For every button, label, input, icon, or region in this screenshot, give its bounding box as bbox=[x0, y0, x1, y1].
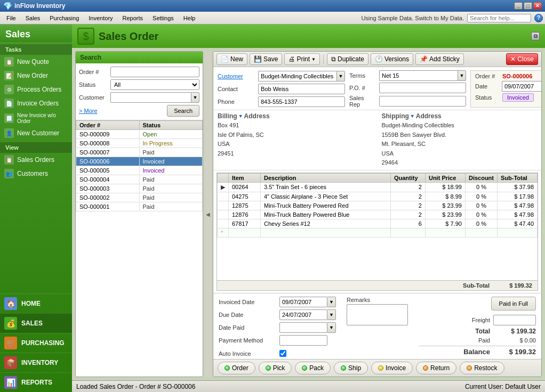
col-status[interactable]: Status bbox=[139, 121, 203, 130]
collapse-handle[interactable]: ◀ bbox=[205, 51, 211, 377]
col-subtotal-header[interactable]: Sub-Total bbox=[498, 173, 538, 182]
date-paid-input[interactable] bbox=[279, 322, 327, 333]
nav-inventory[interactable]: 📦 INVENTORY bbox=[0, 353, 72, 372]
item-qty: 2 bbox=[390, 182, 425, 192]
versions-btn[interactable]: 🕐 Versions bbox=[371, 53, 413, 65]
col-qty-header[interactable]: Quantity bbox=[390, 173, 425, 182]
menu-help[interactable]: Help bbox=[179, 14, 200, 22]
table-row[interactable]: SO-000002 Paid bbox=[76, 193, 203, 202]
table-row[interactable]: SO-000009 Open bbox=[76, 130, 203, 139]
wf-invoice-btn[interactable]: Invoice bbox=[371, 362, 413, 374]
menu-sales[interactable]: Sales bbox=[21, 14, 45, 22]
item-row[interactable]: 67817 Chevy Series #12 6 $ 7.90 0 % $ 47… bbox=[218, 219, 538, 228]
freight-input[interactable] bbox=[493, 315, 536, 325]
menu-inventory[interactable]: Inventory bbox=[84, 14, 117, 22]
new-btn[interactable]: 📄 New bbox=[217, 53, 247, 65]
duplicate-btn[interactable]: ⧉ Duplicate bbox=[327, 53, 368, 65]
menu-reports[interactable]: Reports bbox=[118, 14, 148, 22]
table-row[interactable]: SO-000005 Invoiced bbox=[76, 166, 203, 175]
col-order-num[interactable]: Order # bbox=[76, 121, 140, 130]
title-bar-controls[interactable]: _ □ ✕ bbox=[514, 2, 542, 10]
order-date-input[interactable] bbox=[502, 81, 542, 92]
sidebar-new-customer[interactable]: 👤 New Customer bbox=[0, 126, 72, 140]
nav-purchasing[interactable]: 🛒 PURCHASING bbox=[0, 333, 72, 353]
nav-reports[interactable]: 📊 REPORTS bbox=[0, 372, 72, 392]
contact-input[interactable] bbox=[258, 84, 345, 94]
customer-label[interactable]: Customer bbox=[218, 73, 255, 79]
invoiced-date-btn[interactable]: ▼ bbox=[327, 297, 336, 307]
wf-pick-btn[interactable]: Pick bbox=[259, 362, 292, 374]
wf-restock-btn[interactable]: Restock bbox=[460, 362, 504, 374]
sidebar-new-order[interactable]: 📝 New Order bbox=[0, 69, 72, 83]
sidebar-sales-orders[interactable]: 📋 Sales Orders bbox=[0, 153, 72, 167]
nav-home[interactable]: 🏠 HOME bbox=[0, 293, 72, 313]
sidebar-process-orders[interactable]: ⚙ Process Orders bbox=[0, 83, 72, 96]
new-item-row[interactable]: * bbox=[218, 228, 538, 237]
col-disc-header[interactable]: Discount bbox=[465, 173, 497, 182]
col-item-header[interactable]: Item bbox=[229, 173, 261, 182]
salesrep-input[interactable] bbox=[379, 96, 466, 107]
terms-dropdown-btn[interactable]: ▼ bbox=[458, 70, 466, 81]
wf-pack-btn[interactable]: Pack bbox=[295, 362, 331, 374]
due-date-input[interactable] bbox=[279, 309, 327, 320]
minimize-btn[interactable]: _ bbox=[514, 2, 523, 10]
menu-purchasing[interactable]: Purchasing bbox=[45, 14, 83, 22]
order-cell: SO-000007 bbox=[76, 148, 140, 157]
more-link[interactable]: > More bbox=[79, 108, 98, 114]
home-nav-icon: 🏠 bbox=[4, 297, 17, 310]
paid-full-btn[interactable]: Paid in Full bbox=[491, 297, 536, 311]
print-btn[interactable]: 🖨 Print ▼ bbox=[284, 53, 320, 65]
table-row[interactable]: SO-000001 Paid bbox=[76, 202, 203, 211]
invoiced-date-input[interactable] bbox=[279, 297, 327, 307]
add-sticky-btn[interactable]: 📌 Add Sticky bbox=[415, 53, 464, 65]
customer-search-input[interactable] bbox=[110, 92, 191, 103]
item-row[interactable]: 12876 Mini-Truck Battery Powered Blue 2 … bbox=[218, 210, 538, 219]
sidebar-new-invoice-wo-order[interactable]: 📃 New Invoice w/o Order bbox=[0, 110, 72, 126]
customer-combo-btn[interactable]: ▼ bbox=[191, 92, 199, 103]
table-row[interactable]: SO-000006 Invoiced bbox=[76, 157, 203, 166]
status-search-select[interactable]: All Open Paid Invoiced bbox=[110, 79, 199, 90]
table-row[interactable]: SO-000008 In Progress bbox=[76, 139, 203, 148]
phone-input[interactable] bbox=[258, 96, 345, 107]
so-close-btn[interactable]: ✕ Close bbox=[506, 53, 538, 65]
table-row[interactable]: SO-000003 Paid bbox=[76, 184, 203, 193]
help-btn[interactable]: ? bbox=[534, 14, 543, 22]
save-btn[interactable]: 💾 Save bbox=[250, 53, 282, 65]
item-row[interactable]: ▶ 00264 3.5" Train Set - 6 pieces 2 $ 18… bbox=[218, 182, 538, 192]
close-window-btn[interactable]: ✕ bbox=[533, 2, 542, 10]
wf-return-btn[interactable]: Return bbox=[416, 362, 456, 374]
col-price-header[interactable]: Unit Price bbox=[425, 173, 465, 182]
order-search-input[interactable] bbox=[110, 67, 199, 77]
wf-order-btn[interactable]: Order bbox=[218, 362, 255, 374]
po-input[interactable] bbox=[379, 83, 466, 93]
remarks-input[interactable] bbox=[347, 304, 408, 325]
wf-ship-btn[interactable]: Ship bbox=[334, 362, 368, 374]
tasks-section-title: Tasks bbox=[0, 44, 72, 55]
sidebar-invoice-orders[interactable]: 📄 Invoice Orders bbox=[0, 96, 72, 110]
auto-invoice-checkbox[interactable] bbox=[279, 350, 286, 357]
maximize-btn[interactable]: □ bbox=[524, 2, 532, 10]
order-cell: SO-000008 bbox=[76, 139, 140, 148]
search-button[interactable]: Search bbox=[167, 105, 199, 117]
customer-input[interactable] bbox=[258, 71, 336, 81]
terms-input[interactable] bbox=[379, 70, 458, 81]
menu-settings[interactable]: Settings bbox=[148, 14, 178, 22]
orders-table: Order # Status SO-000009 Open SO-000008 … bbox=[76, 120, 203, 211]
col-desc-header[interactable]: Description bbox=[261, 173, 391, 182]
menu-file[interactable]: File bbox=[2, 14, 20, 22]
restore-btn[interactable]: ⧉ bbox=[531, 32, 540, 40]
po-label: P.O. # bbox=[349, 85, 376, 91]
payment-method-input[interactable] bbox=[279, 335, 327, 346]
search-help-input[interactable] bbox=[467, 14, 531, 22]
sidebar-customers[interactable]: 👥 Customers bbox=[0, 167, 72, 181]
sales-nav-icon: 💰 bbox=[4, 317, 17, 330]
nav-sales[interactable]: 💰 SALES bbox=[0, 313, 72, 333]
table-row[interactable]: SO-000004 Paid bbox=[76, 175, 203, 184]
date-paid-btn[interactable]: ▼ bbox=[327, 322, 336, 333]
item-row[interactable]: 04275 4" Classic Airplane - 3 Piece Set … bbox=[218, 192, 538, 201]
due-date-btn[interactable]: ▼ bbox=[327, 309, 336, 320]
item-row[interactable]: 12875 Mini-Truck Battery Powered Red 2 $… bbox=[218, 201, 538, 210]
sidebar-new-quote[interactable]: 📋 New Quote bbox=[0, 55, 72, 69]
table-row[interactable]: SO-000007 Paid bbox=[76, 148, 203, 157]
customer-dropdown-btn[interactable]: ▼ bbox=[336, 71, 345, 81]
